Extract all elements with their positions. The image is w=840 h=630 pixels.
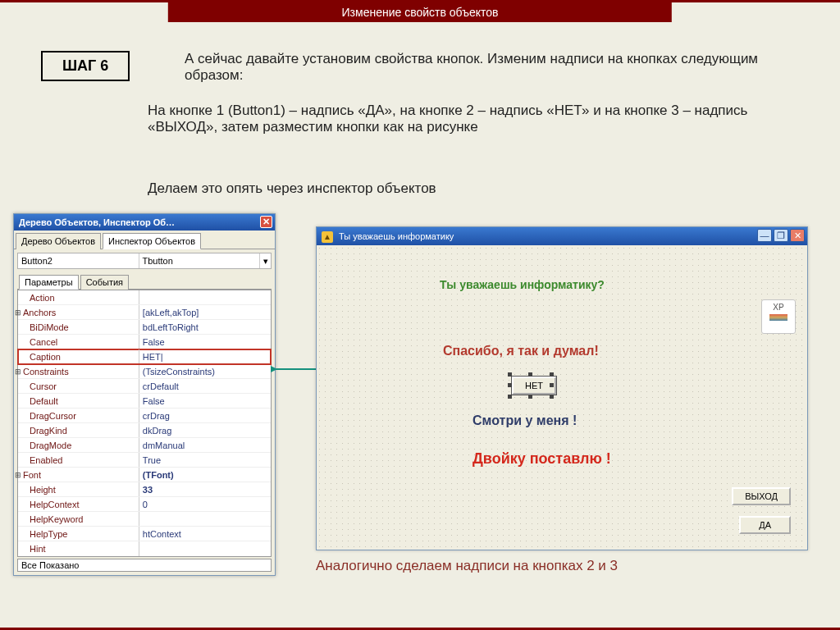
property-name: Cancel [18,335,139,349]
property-row[interactable]: CaptionНЕТ| [18,349,271,364]
selection-handle[interactable] [550,395,554,399]
close-button[interactable]: ✕ [790,229,805,242]
property-name: DragKind [18,423,139,437]
xp-text: XP [773,303,783,312]
property-value[interactable]: НЕТ| [139,349,271,363]
object-class-field: Tbutton [139,253,260,268]
form-title-text: Ты уважаешь информатику [339,231,454,241]
property-row[interactable]: Height33 [18,482,271,497]
property-row[interactable]: Action [18,290,271,305]
property-value[interactable]: (TsizeConstraints) [139,364,271,378]
property-row[interactable]: Hint [18,541,271,556]
property-value[interactable]: 0 [139,497,271,511]
property-name: Constraints [18,364,139,378]
property-name: Hint [18,541,139,556]
tab-inspector[interactable]: Инспектор Объектов [103,233,201,249]
property-name: Cursor [18,379,139,393]
label-threat[interactable]: Двойку поставлю ! [472,450,611,468]
property-name: Font [18,468,139,482]
property-name: Caption [18,349,139,363]
inspector-top-tabs: Дерево Объектов Инспектор Объектов [14,231,275,249]
property-row[interactable]: CursorcrDefault [18,379,271,394]
minimize-button[interactable]: — [757,229,772,242]
property-value[interactable]: False [139,394,271,408]
property-value[interactable] [139,541,271,556]
property-value[interactable]: False [139,335,271,349]
property-row[interactable]: DragModedmManual [18,438,271,453]
property-value[interactable]: [akLeft,akTop] [139,305,271,319]
button-yes[interactable]: ДА [739,516,791,534]
tab-parameters[interactable]: Параметры [19,275,79,290]
property-name: Height [18,482,139,496]
button-exit[interactable]: ВЫХОД [732,487,791,505]
property-name: HelpKeyword [18,512,139,526]
maximize-button[interactable]: ❐ [774,229,788,242]
selection-handle[interactable] [508,383,512,387]
object-inspector-window: Дерево Объектов, Инспектор Об… ✕ Дерево … [13,213,276,576]
property-value[interactable] [139,290,271,304]
footer-note: Аналогично сделаем надписи на кнопках 2 … [316,558,618,574]
property-value[interactable]: (TFont) [139,468,271,482]
property-name: DragMode [18,438,139,452]
property-name: Default [18,394,139,408]
property-value[interactable]: True [139,453,271,467]
property-name: DragCursor [18,409,139,422]
selection-handle[interactable] [528,395,532,399]
property-row[interactable]: Font(TFont) [18,468,271,482]
label-answer[interactable]: Спасибо, я так и думал! [443,344,599,358]
property-value[interactable] [139,512,271,526]
intro-paragraph-1: А сейчас давайте установим свойства кноп… [185,51,799,84]
property-value[interactable]: crDefault [139,379,271,393]
xp-manifest-icon[interactable]: XP [761,299,796,334]
property-row[interactable]: EnabledTrue [18,453,271,468]
property-value[interactable]: bdLeftToRight [139,320,271,334]
step-badge: ШАГ 6 [41,51,130,81]
property-name: Enabled [18,453,139,467]
property-row[interactable]: DragKinddkDrag [18,423,271,438]
property-row[interactable]: HelpContext0 [18,497,271,512]
property-value[interactable]: dmManual [139,438,271,452]
intro-paragraph-2: На кнопке 1 (Button1) – надпись «ДА», на… [148,103,799,135]
property-value[interactable]: 33 [139,482,271,496]
slide-title-bar: Изменение свойств объектов [168,2,672,22]
property-row[interactable]: BiDiModebdLeftToRight [18,320,271,335]
label-question[interactable]: Ты уважаешь информатику? [440,278,605,291]
tab-events[interactable]: События [80,275,129,290]
property-name: Action [18,290,139,304]
inspector-status: Все Показано [17,559,272,572]
property-value[interactable]: crDrag [139,409,271,422]
form-canvas[interactable]: Ты уважаешь информатику? XP Спасибо, я т… [317,245,807,550]
property-value[interactable]: htContext [139,527,271,541]
property-row[interactable]: DragCursorcrDrag [18,409,271,423]
property-name: HelpType [18,527,139,541]
selection-handle[interactable] [508,372,512,377]
property-value[interactable]: dkDrag [139,423,271,437]
inspector-title-text: Дерево Объектов, Инспектор Об… [19,217,175,227]
property-row[interactable]: HelpTypehtContext [18,527,271,541]
label-warn[interactable]: Смотри у меня ! [472,413,577,428]
chevron-down-icon[interactable]: ▾ [259,253,271,268]
form-titlebar[interactable]: ▲ Ты уважаешь информатику — ❐ ✕ [317,227,807,245]
object-name-field[interactable]: Button2 [18,253,139,268]
tab-tree[interactable]: Дерево Объектов [16,233,101,249]
property-row[interactable]: HelpKeyword [18,512,271,527]
object-selector[interactable]: Button2 Tbutton ▾ [17,253,272,269]
property-name: HelpContext [18,497,139,511]
property-grid[interactable]: ActionAnchors[akLeft,akTop]BiDiModebdLef… [17,290,272,557]
close-icon[interactable]: ✕ [260,216,272,228]
property-row[interactable]: Constraints(TsizeConstraints) [18,364,271,379]
property-row[interactable]: DefaultFalse [18,394,271,409]
inspector-sub-tabs: Параметры События [17,272,272,290]
selection-handle[interactable] [528,372,532,377]
selection-handle[interactable] [550,372,554,377]
property-row[interactable]: CancelFalse [18,335,271,349]
property-row[interactable]: Anchors[akLeft,akTop] [18,305,271,320]
form-designer-window: ▲ Ты уважаешь информатику — ❐ ✕ Ты уважа… [316,226,808,550]
selection-handle[interactable] [550,383,554,387]
app-icon: ▲ [322,231,333,243]
property-name: BiDiMode [18,320,139,334]
property-name: Anchors [18,305,139,319]
selection-handle[interactable] [508,395,512,399]
intro-paragraph-3: Делаем это опять через инспектор объекто… [148,180,799,197]
inspector-titlebar[interactable]: Дерево Объектов, Инспектор Об… ✕ [14,214,275,231]
